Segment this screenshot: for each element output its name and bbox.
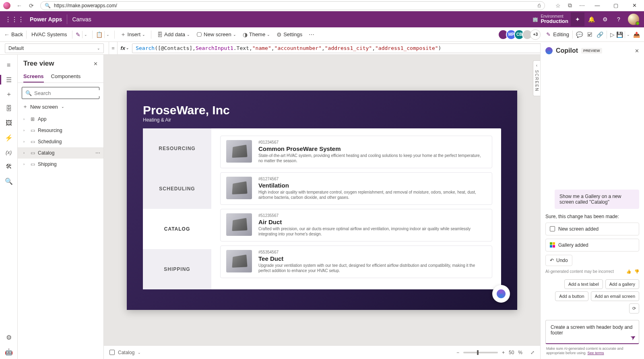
preview-nav-scheduling[interactable]: SCHEDULING: [143, 169, 211, 209]
collections-icon[interactable]: ⧉: [567, 2, 573, 9]
zoom-value: 50: [509, 350, 514, 355]
suggestion-chip[interactable]: Add a text label: [564, 279, 603, 289]
copilot-change-gallery[interactable]: Gallery added: [545, 239, 639, 252]
tree-item-catalog[interactable]: ›▭Catalog⋯: [18, 147, 103, 159]
tree-item-scheduling[interactable]: ›▭Scheduling⋯: [18, 136, 103, 147]
copilot-toggle-icon[interactable]: ✦: [571, 12, 584, 26]
thumbs-up-icon[interactable]: 👍: [626, 269, 631, 274]
rail-advanced-tools[interactable]: 🛠: [0, 159, 18, 174]
paste-icon[interactable]: 📋: [96, 31, 103, 38]
property-selector[interactable]: Default ⌄: [5, 43, 104, 53]
rail-ask-virtual-agent[interactable]: 🤖: [0, 345, 18, 359]
notifications-icon[interactable]: 🔔: [584, 12, 598, 26]
overflow-icon[interactable]: ⋯: [309, 31, 314, 38]
rail-hamburger[interactable]: ≡: [0, 58, 18, 72]
paste-dropdown[interactable]: ⌄: [104, 31, 111, 38]
canvas-area[interactable]: ‹ SCREEN ProseWare, Inc Heating & Air RE…: [104, 55, 540, 345]
url-input[interactable]: [54, 3, 535, 8]
see-terms-link[interactable]: See terms: [588, 351, 604, 355]
minimize-button[interactable]: —: [591, 2, 604, 8]
comments-icon[interactable]: 💬: [576, 31, 583, 38]
copilot-undo-button[interactable]: ↶ Undo: [545, 255, 572, 266]
close-icon[interactable]: ✕: [635, 48, 639, 54]
rail-power-automate[interactable]: ⚡: [0, 130, 18, 145]
refresh-suggestions-button[interactable]: ⟳: [629, 303, 639, 314]
zoom-slider[interactable]: [463, 352, 498, 353]
reader-icon[interactable]: ⎙: [538, 3, 541, 8]
settings-icon[interactable]: ⚙: [598, 12, 612, 26]
waffle-icon[interactable]: ⋮⋮⋮: [5, 16, 24, 23]
help-icon[interactable]: ?: [612, 12, 625, 26]
back-icon[interactable]: ←: [16, 2, 23, 9]
settings-more-icon[interactable]: ⋯: [579, 2, 585, 9]
rail-insert[interactable]: ＋: [0, 87, 18, 101]
product-description: Crafted with precision, our air ducts en…: [258, 226, 486, 237]
chevron-right-icon: ›: [23, 151, 27, 155]
rail-settings[interactable]: ⚙: [0, 330, 18, 345]
add-data-button[interactable]: 🗄 Add data ⌄: [155, 30, 192, 39]
edit-icon[interactable]: ✎: [76, 31, 80, 38]
tree-search[interactable]: 🔍: [22, 87, 99, 99]
close-window-button[interactable]: ✕: [628, 2, 641, 8]
suggestion-chip[interactable]: Add a gallery: [605, 279, 639, 289]
tree-new-screen[interactable]: ＋ New screen ⌄: [18, 101, 103, 113]
rail-variables[interactable]: (x): [0, 145, 18, 159]
save-icon[interactable]: 💾: [616, 31, 623, 38]
address-bar[interactable]: 🔍 ⎙: [40, 1, 545, 10]
rail-media[interactable]: 🖼: [0, 116, 18, 130]
environment-picker[interactable]: 🏢 Environment Production: [533, 14, 568, 24]
app-preview[interactable]: ProseWare, Inc Heating & Air RESOURCINGS…: [127, 91, 517, 310]
back-button[interactable]: ← Back: [4, 31, 23, 38]
product-sku: #51235567: [258, 213, 486, 218]
catalog-card[interactable]: #51235567Air DuctCrafted with precision,…: [220, 209, 492, 241]
close-icon[interactable]: ✕: [93, 61, 98, 67]
catalog-card[interactable]: #61274567VentilationHigh indoor air qual…: [220, 172, 492, 205]
chevron-down-icon: ⌄: [97, 46, 100, 50]
tab-components[interactable]: Components: [51, 71, 81, 83]
send-icon[interactable]: ➤: [629, 332, 637, 342]
insert-button[interactable]: ＋ Insert ⌄: [118, 29, 148, 40]
tree-item-app[interactable]: ›⊞App⋯: [18, 113, 103, 125]
copilot-change-screen[interactable]: New screen added: [545, 223, 639, 235]
save-dropdown[interactable]: ⌄: [625, 31, 632, 38]
user-avatar[interactable]: [628, 14, 639, 25]
more-icon[interactable]: ⋯: [95, 150, 100, 156]
favorites-icon[interactable]: ☆: [555, 2, 561, 9]
copilot-input[interactable]: Create a screen with header body and foo…: [545, 320, 639, 344]
edit-dropdown[interactable]: ⌄: [82, 31, 89, 38]
refresh-icon[interactable]: ⟳: [28, 2, 35, 9]
thumbs-down-icon[interactable]: 👎: [634, 269, 639, 274]
maximize-button[interactable]: ▢: [609, 2, 622, 8]
rail-data[interactable]: 🗄: [0, 101, 18, 116]
editing-mode[interactable]: ✎ Editing: [546, 31, 569, 37]
checker-icon[interactable]: 🗹: [587, 31, 592, 38]
new-screen-button[interactable]: 🖵 New screen ⌄: [194, 30, 239, 39]
rail-tree-view[interactable]: ☰: [0, 72, 18, 87]
profile-avatar[interactable]: [3, 2, 10, 9]
tree-search-input[interactable]: [34, 90, 102, 96]
play-icon[interactable]: ▷: [610, 31, 615, 38]
preview-nav-shipping[interactable]: SHIPPING: [143, 249, 211, 289]
fit-to-window-button[interactable]: ⤢: [530, 350, 535, 355]
presence-avatars[interactable]: MP CB +3: [500, 29, 541, 40]
tree-item-shipping[interactable]: ›▭Shipping⋯: [18, 159, 103, 170]
catalog-card[interactable]: #01234567Common ProseWare SystemState-of…: [220, 136, 492, 168]
preview-nav-catalog[interactable]: CATALOG: [143, 209, 211, 249]
screen-properties-tab[interactable]: ‹ SCREEN: [533, 60, 540, 96]
status-screen-selector[interactable]: Catalog ⌄: [109, 350, 141, 355]
fx-button[interactable]: fx⌄: [118, 45, 132, 51]
tab-screens[interactable]: Screens: [23, 71, 44, 83]
catalog-card[interactable]: #55354567Tee DuctUpgrade your ventilatio…: [220, 246, 492, 278]
suggestion-chip[interactable]: Add an email screen: [591, 291, 639, 301]
tree-item-resourcing[interactable]: ›▭Resourcing⋯: [18, 125, 103, 136]
share-icon[interactable]: 🔗: [597, 31, 603, 38]
zoom-out-button[interactable]: −: [456, 350, 459, 355]
publish-icon[interactable]: 📤: [633, 31, 640, 38]
suggestion-chip[interactable]: Add a button: [555, 291, 588, 301]
zoom-in-button[interactable]: +: [502, 350, 505, 355]
settings-button[interactable]: ⚙ Settings: [274, 30, 305, 39]
theme-button[interactable]: ◑ Theme ⌄: [240, 30, 272, 39]
preview-nav-resourcing[interactable]: RESOURCING: [143, 128, 211, 169]
rail-search[interactable]: 🔍: [0, 174, 18, 188]
copilot-fab[interactable]: [492, 285, 510, 303]
